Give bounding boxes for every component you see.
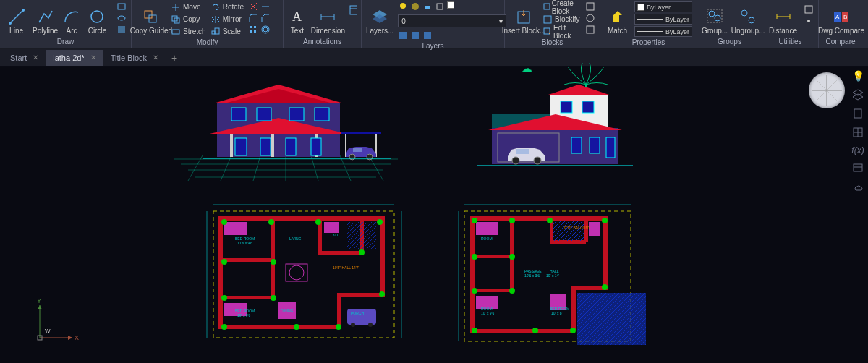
edit-block-button[interactable]: Edit Block: [542, 26, 581, 37]
block-attr-icon[interactable]: [585, 1, 595, 12]
hatch-icon[interactable]: [116, 25, 127, 35]
tab-start[interactable]: Start✕: [3, 50, 46, 66]
dimension-label: Dimension: [311, 27, 345, 35]
svg-point-153: [271, 259, 276, 265]
svg-rect-25: [350, 6, 357, 14]
ungroup-button[interactable]: Ungroup...: [732, 1, 764, 36]
svg-point-154: [221, 295, 227, 301]
trim-icon[interactable]: [248, 1, 258, 12]
blockify-icon: [542, 14, 553, 25]
tab-latha-2d[interactable]: latha 2d*✕: [46, 50, 103, 66]
layers-button[interactable]: Layers...: [366, 1, 393, 36]
layer-lock-icon[interactable]: [422, 1, 433, 12]
svg-point-5: [118, 16, 125, 20]
close-icon[interactable]: ✕: [90, 54, 96, 61]
mirror-button[interactable]: Mirror: [210, 14, 244, 25]
array-icon[interactable]: [248, 25, 258, 35]
layer-tool-2-icon[interactable]: [410, 30, 420, 40]
arc-icon: [63, 8, 80, 25]
fx-icon[interactable]: f(x): [851, 145, 864, 155]
line-icon: [8, 8, 25, 25]
svg-rect-113: [590, 137, 600, 153]
svg-rect-128: [340, 293, 385, 297]
svg-point-146: [351, 323, 355, 327]
copy-guided-button[interactable]: Copy Guided: [136, 1, 166, 36]
lightbulb-icon[interactable]: 💡: [852, 70, 864, 82]
svg-point-201: [472, 328, 477, 333]
svg-rect-92: [289, 108, 304, 121]
svg-rect-29: [425, 6, 430, 9]
line-button[interactable]: Line: [4, 1, 28, 36]
panel-groups: Group... Ungroup... Groups: [697, 0, 762, 48]
dimension-button[interactable]: Dimension: [311, 1, 345, 36]
svg-rect-18: [254, 30, 256, 33]
close-icon[interactable]: ✕: [33, 54, 38, 61]
circle-icon: [88, 8, 106, 25]
layers-stack-icon[interactable]: [852, 89, 864, 101]
dwg-compare-button[interactable]: AB Dwg Compare: [823, 1, 859, 36]
polyline-button[interactable]: Polyline: [33, 1, 58, 36]
block-replace-icon[interactable]: [585, 25, 595, 35]
offset-icon[interactable]: [260, 25, 271, 35]
scale-button[interactable]: Scale: [210, 26, 244, 37]
distance-button[interactable]: Distance: [767, 1, 799, 36]
extend-icon[interactable]: [260, 1, 271, 12]
panel-annotations-label: Annotations: [288, 36, 357, 47]
insert-block-button[interactable]: Insert Block...: [509, 1, 538, 36]
svg-marker-69: [38, 305, 42, 309]
group-button[interactable]: Group...: [702, 1, 728, 36]
calculator-icon[interactable]: [804, 4, 814, 14]
svg-text:10' x 8': 10' x 8': [551, 311, 563, 315]
arc-button[interactable]: Arc: [62, 1, 81, 36]
svg-point-116: [512, 157, 519, 164]
layer-color-swatch[interactable]: [447, 1, 454, 9]
dwg-compare-icon: AB: [833, 9, 850, 26]
cloud-icon[interactable]: [852, 182, 864, 193]
polyline-icon: [37, 8, 54, 25]
svg-point-159: [379, 291, 385, 297]
clipboard-icon[interactable]: [852, 108, 864, 119]
move-button[interactable]: Move: [171, 1, 206, 12]
layer-freeze-icon[interactable]: [410, 1, 420, 12]
match-properties-button[interactable]: Match: [605, 1, 630, 36]
rectangle-icon[interactable]: [116, 1, 127, 12]
svg-rect-64: [854, 164, 862, 171]
layer-current-dropdown[interactable]: 0 ▾: [398, 14, 506, 27]
add-tab-button[interactable]: +: [166, 52, 183, 64]
fillet-icon[interactable]: [248, 13, 258, 23]
drawing-canvas[interactable]: 💡 f(x) X Y W ☁: [0, 67, 868, 363]
grid-icon[interactable]: [852, 127, 864, 138]
circle-button[interactable]: Circle: [85, 1, 109, 36]
view-cube[interactable]: [809, 72, 845, 108]
svg-rect-32: [412, 32, 419, 39]
linetype-preview: [637, 31, 663, 32]
panel-layers: Layers... 0 ▾: [362, 0, 505, 48]
table-icon[interactable]: [349, 5, 357, 15]
chamfer-icon[interactable]: [260, 13, 271, 23]
tab-title-block[interactable]: Title Block✕: [103, 50, 166, 66]
layer-plot-icon[interactable]: [435, 1, 445, 12]
linetype-dropdown[interactable]: ByLayer: [634, 26, 692, 37]
svg-rect-108: [561, 101, 572, 113]
create-block-button[interactable]: +Create Block: [542, 1, 581, 12]
group-label: Group...: [702, 27, 728, 35]
svg-point-47: [741, 10, 747, 16]
layer-bulb-icon[interactable]: [398, 1, 408, 12]
svg-rect-174: [470, 216, 475, 332]
panel-draw: Line Polyline Arc Circle Draw: [0, 0, 132, 48]
text-button[interactable]: A Text: [288, 1, 307, 36]
ellipse-icon[interactable]: [116, 13, 127, 23]
color-dropdown[interactable]: ByLayer: [634, 1, 692, 12]
layout-icon[interactable]: [852, 163, 864, 174]
rotate-button[interactable]: Rotate: [210, 1, 244, 12]
point-icon[interactable]: [804, 16, 814, 26]
lineweight-dropdown[interactable]: ByLayer: [634, 14, 692, 25]
stretch-button[interactable]: Stretch: [171, 26, 206, 37]
layer-tool-1-icon[interactable]: [398, 30, 408, 40]
close-icon[interactable]: ✕: [153, 54, 158, 61]
side-elevation-svg: [470, 81, 637, 179]
copy-button[interactable]: Copy: [171, 14, 206, 25]
front-elevation-svg: [203, 77, 391, 161]
block-sync-icon[interactable]: [585, 13, 595, 23]
layer-tool-3-icon[interactable]: [422, 30, 433, 40]
